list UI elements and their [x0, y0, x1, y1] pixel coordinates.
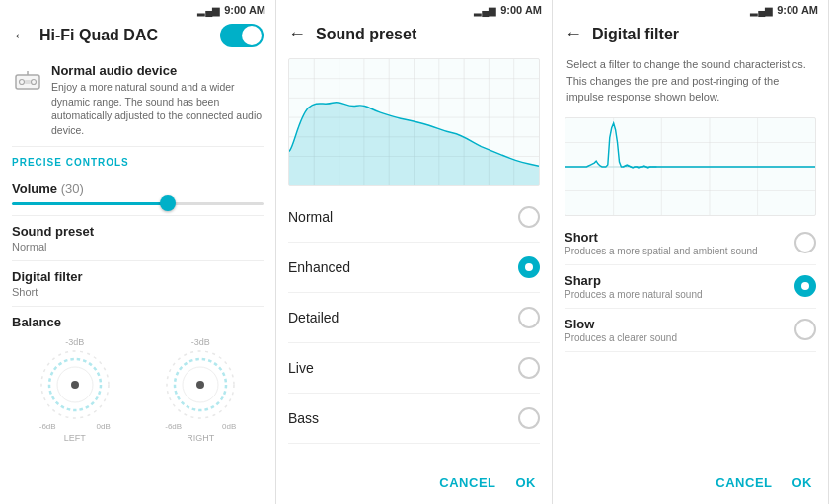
filter-item-text-sharp: Sharp Produces a more natural sound [565, 273, 794, 300]
slider-thumb[interactable] [160, 195, 176, 211]
right-knob-name: RIGHT [187, 433, 214, 443]
sound-preset-label: Sound preset [12, 224, 264, 239]
preset-item-bass[interactable]: Bass [288, 394, 540, 444]
filter-desc-short: Produces a more spatial and ambient soun… [565, 246, 794, 256]
balance-label: Balance [12, 315, 264, 329]
filter-ok-button[interactable]: OK [792, 471, 813, 494]
back-button-1[interactable]: ← [12, 26, 30, 46]
time-1: 9:00 AM [224, 4, 265, 16]
balance-knobs: -3dB -6dB 0dB LEFT [12, 337, 264, 443]
device-name: Normal audio device [51, 63, 264, 78]
filter-item-slow[interactable]: Slow Produces a clearer sound [565, 309, 816, 352]
balance-section: Balance -3dB -6dB [12, 307, 264, 451]
panel3-title: Digital filter [592, 26, 816, 43]
right-knob-label: -3dB [191, 337, 210, 347]
volume-slider[interactable] [12, 198, 264, 207]
back-button-3[interactable]: ← [565, 24, 582, 44]
filter-desc-sharp: Produces a more natural sound [565, 289, 794, 300]
preset-radio-enhanced[interactable] [518, 256, 540, 278]
dac-toggle[interactable] [220, 24, 264, 47]
filter-radio-sharp[interactable] [794, 275, 816, 297]
panel-hifi-dac: ▂▄▆ 9:00 AM ← Hi-Fi Quad DAC Normal audi… [0, 0, 276, 504]
filter-name-sharp: Sharp [565, 273, 794, 288]
filter-list: Short Produces a more spatial and ambien… [553, 222, 828, 463]
digital-filter-value: Short [12, 286, 264, 298]
preset-cancel-button[interactable]: CANCEL [439, 471, 495, 494]
svg-rect-3 [25, 80, 31, 84]
preset-name-live: Live [288, 360, 518, 376]
preset-name-bass: Bass [288, 410, 518, 426]
preset-item-enhanced[interactable]: Enhanced [288, 243, 540, 293]
device-icon [12, 65, 43, 97]
filter-radio-short[interactable] [794, 232, 816, 253]
filter-cancel-button[interactable]: CANCEL [716, 471, 772, 494]
status-bar-1: ▂▄▆ 9:00 AM [0, 0, 275, 20]
device-info: Normal audio device Enjoy a more natural… [12, 55, 264, 147]
panel-sound-preset: ▂▄▆ 9:00 AM ← Sound preset [276, 0, 553, 504]
preset-radio-normal[interactable] [518, 206, 540, 228]
left-knob[interactable] [39, 349, 111, 420]
time-3: 9:00 AM [777, 4, 818, 16]
status-bar-3: ▂▄▆ 9:00 AM [553, 0, 828, 20]
status-bar-2: ▂▄▆ 9:00 AM [276, 0, 552, 20]
back-button-2[interactable]: ← [288, 24, 306, 44]
left-knob-bottom: -6dB 0dB [39, 422, 111, 431]
slider-track [12, 202, 264, 205]
left-knob-wrap: -3dB -6dB 0dB LEFT [39, 337, 111, 443]
filter-item-short[interactable]: Short Produces a more spatial and ambien… [565, 222, 816, 265]
panel2-title: Sound preset [316, 26, 540, 43]
panel-digital-filter: ▂▄▆ 9:00 AM ← Digital filter Select a fi… [553, 0, 829, 504]
filter-description: Select a filter to change the sound char… [553, 52, 828, 111]
signal-icon-3: ▂▄▆ [750, 5, 773, 16]
panel1-title: Hi-Fi Quad DAC [39, 27, 220, 44]
time-2: 9:00 AM [500, 4, 542, 16]
frequency-chart [288, 58, 540, 186]
impulse-chart [565, 117, 816, 216]
preset-radio-bass[interactable] [518, 407, 540, 429]
panel1-content: Normal audio device Enjoy a more natural… [0, 55, 275, 504]
section-label: PRECISE CONTROLS [12, 157, 264, 168]
preset-radio-live[interactable] [518, 357, 540, 379]
device-desc: Enjoy a more natural sound and a wider d… [51, 80, 264, 138]
toolbar-1: ← Hi-Fi Quad DAC [0, 20, 275, 55]
preset-name-normal: Normal [288, 209, 518, 225]
digital-filter-control[interactable]: Digital filter Short [12, 261, 264, 307]
right-knob-wrap: -3dB -6dB 0dB RIGHT [165, 337, 236, 443]
filter-item-text-short: Short Produces a more spatial and ambien… [565, 230, 794, 256]
signal-icon-1: ▂▄▆ [197, 5, 220, 16]
svg-point-12 [196, 381, 204, 389]
preset-name-detailed: Detailed [288, 310, 518, 325]
preset-list: Normal Enhanced Detailed Live Bass [276, 192, 552, 462]
volume-control[interactable]: Volume (30) [12, 174, 264, 216]
preset-name-enhanced: Enhanced [288, 259, 518, 275]
preset-item-detailed[interactable]: Detailed [288, 293, 540, 343]
volume-label: Volume (30) [12, 181, 264, 196]
sound-preset-value: Normal [12, 241, 264, 252]
filter-dialog-actions: CANCEL OK [553, 462, 828, 504]
digital-filter-label: Digital filter [12, 269, 264, 284]
right-knob-bottom: -6dB 0dB [165, 422, 236, 431]
preset-dialog-actions: CANCEL OK [276, 462, 552, 504]
signal-icon-2: ▂▄▆ [474, 5, 496, 16]
svg-point-8 [71, 381, 79, 389]
filter-item-sharp[interactable]: Sharp Produces a more natural sound [565, 265, 816, 309]
filter-radio-slow[interactable] [794, 319, 816, 340]
preset-radio-detailed[interactable] [518, 307, 540, 328]
preset-item-live[interactable]: Live [288, 343, 540, 394]
left-knob-name: LEFT [64, 433, 86, 443]
filter-desc-slow: Produces a clearer sound [565, 332, 794, 343]
device-text: Normal audio device Enjoy a more natural… [51, 63, 264, 138]
right-knob[interactable] [165, 349, 236, 420]
filter-item-text-slow: Slow Produces a clearer sound [565, 317, 794, 343]
preset-item-normal[interactable]: Normal [288, 192, 540, 243]
preset-ok-button[interactable]: OK [516, 471, 537, 494]
filter-name-short: Short [565, 230, 794, 245]
toolbar-2: ← Sound preset [276, 20, 552, 52]
left-knob-label: -3dB [65, 337, 84, 347]
sound-preset-control[interactable]: Sound preset Normal [12, 216, 264, 261]
filter-name-slow: Slow [565, 317, 794, 331]
toolbar-3: ← Digital filter [553, 20, 828, 52]
